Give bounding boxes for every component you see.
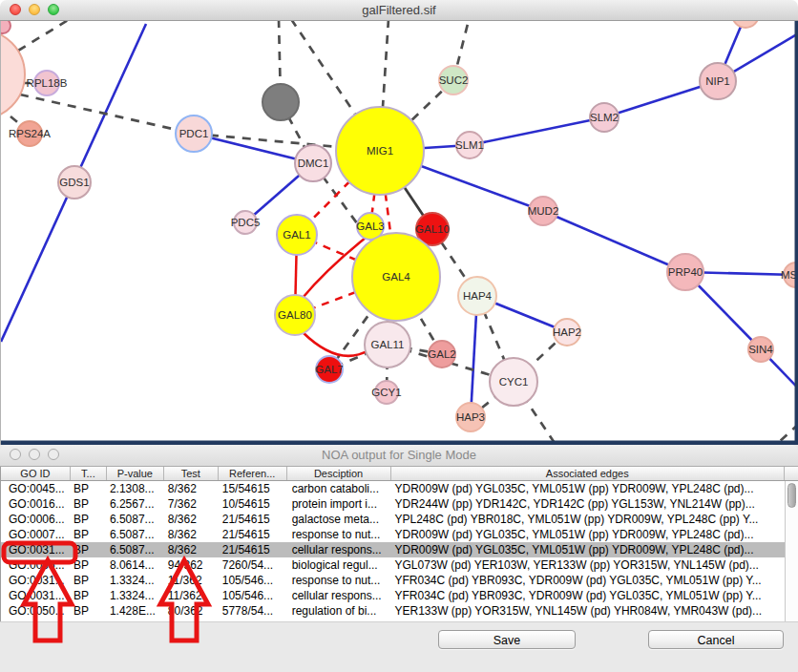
cell-associated_edges: YFR034C (pd) YBR093C, YDR009W (pd) YGL03… — [391, 588, 785, 603]
graph-edge — [543, 211, 685, 272]
node-label-GDS1: GDS1 — [59, 177, 89, 188]
node-label-GCY1: GCY1 — [371, 387, 401, 398]
node-label-GAL3: GAL3 — [356, 220, 384, 232]
cell-type: BP — [71, 542, 107, 557]
cell-type: BP — [71, 573, 107, 588]
cell-associated_edges: YPL248C (pd) YBR018C, YML051W (pp) YDR00… — [391, 512, 785, 527]
cell-p_value: 1.428E... — [107, 603, 164, 619]
cell-p_value: 6.5087... — [107, 542, 164, 557]
cell-go_id: GO:0065... — [1, 557, 71, 573]
cell-associated_edges: YDR009W (pd) YGL035C, YML051W (pp) YDR00… — [391, 542, 785, 557]
table-row[interactable]: GO:0016...BP6.2567...7/36210/54615protei… — [1, 496, 785, 512]
column-header-associated_edges[interactable]: Associated edges — [391, 467, 786, 480]
node-label-RPL18B: RPL18B — [27, 77, 68, 89]
node-label-PDC1: PDC1 — [179, 128, 209, 139]
cell-type: BP — [71, 512, 107, 527]
cell-go_id: GO:0006... — [1, 512, 71, 527]
table-row[interactable]: GO:0050...BP1.428E...80/3625778/54...reg… — [1, 603, 785, 619]
column-header-go_id[interactable]: GO ID — [1, 467, 71, 480]
cell-p_value: 6.2567... — [107, 496, 164, 512]
column-header-reference[interactable]: Referen... — [219, 467, 287, 480]
node-label-CYC1: CYC1 — [499, 376, 529, 388]
cell-p_value: 6.5087... — [107, 527, 164, 542]
cell-desciption: biological regul... — [287, 557, 391, 573]
column-header-test[interactable]: Test — [164, 467, 219, 480]
cell-test: 8/362 — [164, 527, 219, 542]
cell-p_value: 1.3324... — [107, 573, 164, 588]
node-label-NIP1: NIP1 — [705, 75, 730, 87]
cell-go_id: GO:0016... — [1, 496, 71, 512]
network-canvas[interactable]: RPL18BRPS24AGDS1PDC1DMC1MIG1SUC2SLM1SLM2… — [0, 21, 798, 445]
cell-reference: 7260/54... — [219, 557, 287, 573]
cell-p_value: 8.0614... — [107, 557, 164, 573]
node-big-node[interactable] — [0, 30, 25, 119]
node-label-HAP3: HAP3 — [456, 411, 485, 423]
table-row[interactable]: GO:0031...BP1.3324...11/362105/546...res… — [1, 573, 785, 588]
cell-associated_edges: YER133W (pp) YOR315W, YNL145W (pd) YHR08… — [391, 603, 785, 619]
cell-associated_edges: YDR244W (pp) YDR142C, YDR142C (pp) YGL15… — [391, 496, 785, 512]
node-label-GAL10: GAL10 — [415, 223, 450, 235]
cell-type: BP — [71, 481, 107, 496]
cell-test: 8/362 — [164, 512, 219, 527]
cell-test: 94/362 — [164, 557, 219, 573]
cell-p_value: 1.3324... — [107, 588, 164, 603]
table-row[interactable]: GO:0007...BP6.5087...8/36221/54615respon… — [1, 527, 785, 542]
node-label-MUD2: MUD2 — [528, 205, 559, 217]
node-label-PDC5: PDC5 — [231, 217, 261, 228]
cell-go_id: GO:0031... — [1, 542, 71, 557]
node-label-SUC2: SUC2 — [439, 74, 469, 86]
node-label-GAL2: GAL2 — [428, 348, 455, 360]
cancel-button[interactable]: Cancel — [648, 630, 784, 649]
cell-type: BP — [71, 496, 107, 512]
scrollbar-thumb[interactable] — [788, 483, 796, 508]
cell-go_id: GO:0031... — [1, 588, 71, 603]
cell-test: 8/362 — [164, 481, 219, 496]
table-header-stub — [785, 467, 798, 481]
node-gray-node[interactable] — [262, 84, 299, 120]
graph-edge — [303, 332, 368, 356]
cell-test: 80/362 — [164, 603, 219, 619]
node-top-node[interactable] — [732, 21, 759, 28]
cell-reference: 21/54615 — [219, 512, 287, 527]
node-label-SLM2: SLM2 — [590, 112, 619, 123]
table-row[interactable]: GO:0006...BP6.5087...8/36221/54615galact… — [1, 512, 785, 527]
cell-test: 11/362 — [164, 588, 219, 603]
cell-associated_edges: YDR009W (pd) YGL035C, YML051W (pp) YDR00… — [391, 527, 785, 542]
cell-desciption: cellular respons... — [287, 588, 391, 603]
column-header-type[interactable]: T... — [71, 467, 107, 480]
cell-test: 8/362 — [164, 542, 219, 557]
cell-reference: 105/546... — [219, 588, 287, 603]
cell-test: 7/362 — [164, 496, 219, 512]
table-row[interactable]: GO:0045...BP2.1308...8/36215/54615carbon… — [1, 481, 785, 496]
node-label-HAP4: HAP4 — [463, 290, 493, 302]
node-label-GAL80: GAL80 — [278, 309, 312, 321]
cell-desciption: response to nut... — [287, 527, 391, 542]
column-header-desciption[interactable]: Desciption — [287, 467, 391, 480]
cell-go_id: GO:0031... — [1, 573, 71, 588]
vertical-scrollbar[interactable] — [785, 481, 798, 621]
results-table-header: GO IDT...P-valueTestReferen...Desciption… — [0, 467, 785, 481]
results-table: GO:0045...BP2.1308...8/36215/54615carbon… — [0, 481, 785, 621]
cell-associated_edges: YDR009W (pd) YGL035C, YML051W (pp) YDR00… — [391, 481, 785, 496]
graph-edge — [18, 21, 70, 51]
graph-window: galFiltered.sif RPL18BRPS24AGDS1PDC1DMC1… — [0, 0, 798, 445]
noa-window: NOA output for Single Mode GO IDT...P-va… — [0, 445, 798, 672]
node-label-SIN4: SIN4 — [748, 344, 773, 355]
cell-desciption: protein import i... — [287, 496, 391, 512]
column-header-p_value[interactable]: P-value — [107, 467, 164, 480]
node-corner-node[interactable] — [0, 21, 10, 33]
table-row[interactable]: GO:0031...BP6.5087...8/36221/54615cellul… — [1, 542, 785, 557]
node-label-GAL4: GAL4 — [382, 271, 410, 283]
node-label-GAL1: GAL1 — [283, 229, 310, 241]
graph-window-titlebar: galFiltered.sif — [0, 0, 798, 21]
cell-reference: 5778/54... — [219, 603, 287, 619]
cell-associated_edges: YGL073W (pd) YER103W, YER133W (pp) YOR31… — [391, 557, 785, 573]
cell-type: BP — [71, 603, 107, 619]
cell-desciption: cellular respons... — [287, 542, 391, 557]
save-button[interactable]: Save — [438, 630, 576, 649]
cell-reference: 10/54615 — [219, 496, 287, 512]
table-row[interactable]: GO:0031...BP1.3324...11/362105/546...cel… — [1, 588, 785, 603]
table-row[interactable]: GO:0065...BP8.0614...94/3627260/54...bio… — [1, 557, 785, 573]
cell-associated_edges: YFR034C (pd) YBR093C, YDR009W (pd) YGL03… — [391, 573, 785, 588]
node-label-RPS24A: RPS24A — [9, 128, 51, 139]
